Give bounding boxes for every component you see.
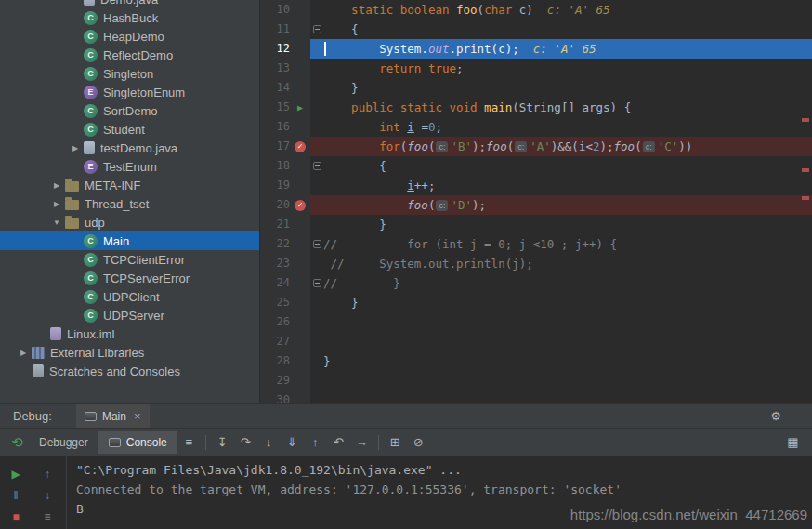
tree-item-tcpclienterror[interactable]: CTCPClientError: [0, 250, 259, 269]
code-line-13[interactable]: 13 return true;: [260, 59, 812, 78]
more-options-icon[interactable]: ≡: [44, 510, 50, 523]
tree-item-main[interactable]: CMain: [0, 231, 259, 250]
code-line-23[interactable]: 23 // System.out.println(j);: [260, 254, 812, 273]
view-breakpoints-icon[interactable]: ⊞: [384, 432, 407, 453]
step-into-icon[interactable]: ↓: [257, 432, 281, 453]
rerun-debug-icon[interactable]: ⟲: [6, 432, 29, 453]
tree-item-tcpservererror[interactable]: CTCPServerError: [0, 269, 259, 287]
restore-layout-icon[interactable]: ▦: [781, 432, 805, 453]
editor-gutter[interactable]: 22: [260, 234, 310, 254]
resume-program-icon[interactable]: ▶: [11, 468, 20, 481]
force-step-into-icon[interactable]: ⇓: [281, 432, 304, 453]
tree-item-singletonenum[interactable]: ESingletonEnum: [0, 83, 259, 101]
tree-expand-arrow-icon[interactable]: ▶: [67, 144, 84, 152]
editor-gutter[interactable]: 26: [260, 312, 310, 332]
editor-gutter[interactable]: 21: [260, 215, 310, 234]
tree-item-udpserver[interactable]: CUDPServer: [0, 306, 259, 324]
code-line-16[interactable]: 16 int i =0;: [260, 117, 812, 137]
editor-gutter[interactable]: 20✓: [260, 195, 310, 215]
tree-item-udp[interactable]: ▼udp: [0, 213, 259, 231]
code-line-14[interactable]: 14 }: [260, 78, 812, 98]
editor-gutter[interactable]: 17✓: [260, 137, 310, 156]
error-stripe-mark[interactable]: [802, 196, 809, 200]
pause-program-icon[interactable]: ‖: [14, 489, 19, 502]
down-stack-frame-icon[interactable]: ↓: [45, 489, 50, 502]
editor-gutter[interactable]: 15▶: [260, 98, 310, 117]
editor-gutter[interactable]: 19: [260, 176, 310, 195]
tree-item-student[interactable]: CStudent: [0, 120, 259, 139]
fold-collapse-icon[interactable]: [310, 156, 323, 176]
tree-item-meta-inf[interactable]: ▶META-INF: [0, 176, 259, 194]
editor-gutter[interactable]: 27: [260, 332, 310, 351]
tree-item-demo-java[interactable]: Demo.java: [0, 0, 259, 8]
code-line-30[interactable]: 30: [260, 390, 812, 403]
tree-item-thread-tset[interactable]: ▶Thread_tset: [0, 194, 259, 213]
code-line-11[interactable]: 11 {: [260, 20, 812, 39]
tree-expand-arrow-icon[interactable]: ▶: [48, 181, 65, 190]
tab-console[interactable]: Console: [98, 431, 177, 454]
code-line-18[interactable]: 18 {: [260, 156, 812, 176]
tree-item-reflectdemo[interactable]: CReflectDemo: [0, 46, 259, 64]
tree-expand-arrow-icon[interactable]: ▶: [15, 349, 32, 357]
tree-item-scratches-and-consoles[interactable]: Scratches and Consoles: [0, 362, 259, 380]
tree-item-testdemo-java[interactable]: ▶testDemo.java: [0, 139, 259, 157]
editor-gutter[interactable]: 13: [260, 59, 310, 78]
editor-gutter[interactable]: 30: [260, 390, 310, 403]
fold-collapse-icon[interactable]: [310, 20, 323, 39]
debug-session-tab-main[interactable]: Main ×: [76, 404, 150, 428]
settings-gear-icon[interactable]: ⚙: [764, 409, 788, 423]
run-to-cursor-icon[interactable]: →: [350, 432, 373, 453]
tree-item-testenum[interactable]: ETestEnum: [0, 157, 259, 176]
editor-gutter[interactable]: 16: [260, 117, 310, 137]
editor-gutter[interactable]: 28: [260, 351, 310, 371]
step-over-icon[interactable]: ↷: [234, 432, 257, 453]
step-out-icon[interactable]: ↑: [304, 432, 327, 453]
view-options-icon[interactable]: ≡: [177, 432, 201, 453]
editor-gutter[interactable]: 12: [260, 39, 310, 59]
tree-item-external-libraries[interactable]: ▶External Libraries: [0, 343, 259, 362]
code-line-26[interactable]: 26: [260, 312, 812, 332]
tree-item-linux-iml[interactable]: Linux.iml: [0, 324, 259, 343]
tree-item-sortdemo[interactable]: CSortDemo: [0, 101, 259, 120]
mute-breakpoints-icon[interactable]: ⊘: [407, 432, 430, 453]
run-method-icon[interactable]: ▶: [290, 98, 310, 117]
error-stripe-mark[interactable]: [802, 168, 809, 172]
editor-gutter[interactable]: 11: [260, 20, 310, 39]
tree-collapse-arrow-icon[interactable]: ▼: [48, 218, 65, 227]
editor-gutter[interactable]: 24: [260, 273, 310, 293]
hide-panel-icon[interactable]: —: [788, 409, 812, 423]
stop-program-icon[interactable]: ■: [12, 510, 19, 523]
tree-expand-arrow-icon[interactable]: ▶: [48, 200, 65, 208]
code-line-28[interactable]: 28}: [260, 351, 812, 371]
editor-gutter[interactable]: 10: [260, 0, 310, 20]
up-stack-frame-icon[interactable]: ↑: [45, 468, 50, 481]
tree-item-hashbuck[interactable]: CHashBuck: [0, 8, 259, 27]
code-line-22[interactable]: 22// for (int j = 0; j <10 ; j++) {: [260, 234, 812, 254]
breakpoint-icon[interactable]: ✓: [290, 195, 310, 215]
editor-gutter[interactable]: 25: [260, 293, 310, 312]
code-line-24[interactable]: 24// }: [260, 273, 812, 293]
close-tab-icon[interactable]: ×: [134, 409, 141, 423]
code-line-12[interactable]: 12 System.out.print(c); c: 'A' 65: [260, 39, 812, 59]
code-editor[interactable]: 10 static boolean foo(char c) c: 'A' 651…: [260, 0, 812, 403]
fold-collapse-icon[interactable]: [310, 234, 323, 254]
code-line-15[interactable]: 15▶ public static void main(String[] arg…: [260, 98, 812, 117]
breakpoint-icon[interactable]: ✓: [290, 137, 310, 156]
drop-frame-icon[interactable]: ↶: [327, 432, 350, 453]
fold-collapse-icon[interactable]: [310, 273, 323, 293]
editor-gutter[interactable]: 29: [260, 371, 310, 390]
tree-item-singleton[interactable]: CSingleton: [0, 64, 259, 83]
editor-gutter[interactable]: 14: [260, 78, 310, 98]
error-stripe[interactable]: [799, 0, 812, 403]
editor-gutter[interactable]: 18: [260, 156, 310, 176]
code-line-10[interactable]: 10 static boolean foo(char c) c: 'A' 65: [260, 0, 812, 20]
code-line-17[interactable]: 17✓ for(foo(c:'B');foo(c:'A')&&(i<2);foo…: [260, 137, 812, 156]
code-line-29[interactable]: 29: [260, 371, 812, 390]
code-line-21[interactable]: 21 }: [260, 215, 812, 234]
show-execution-point-icon[interactable]: ↧: [211, 432, 234, 453]
error-stripe-mark[interactable]: [802, 118, 809, 122]
code-line-27[interactable]: 27: [260, 332, 812, 351]
tree-item-udpclient[interactable]: CUDPClient: [0, 287, 259, 306]
editor-gutter[interactable]: 23: [260, 254, 310, 273]
code-line-20[interactable]: 20✓ foo(c:'D');: [260, 195, 812, 215]
